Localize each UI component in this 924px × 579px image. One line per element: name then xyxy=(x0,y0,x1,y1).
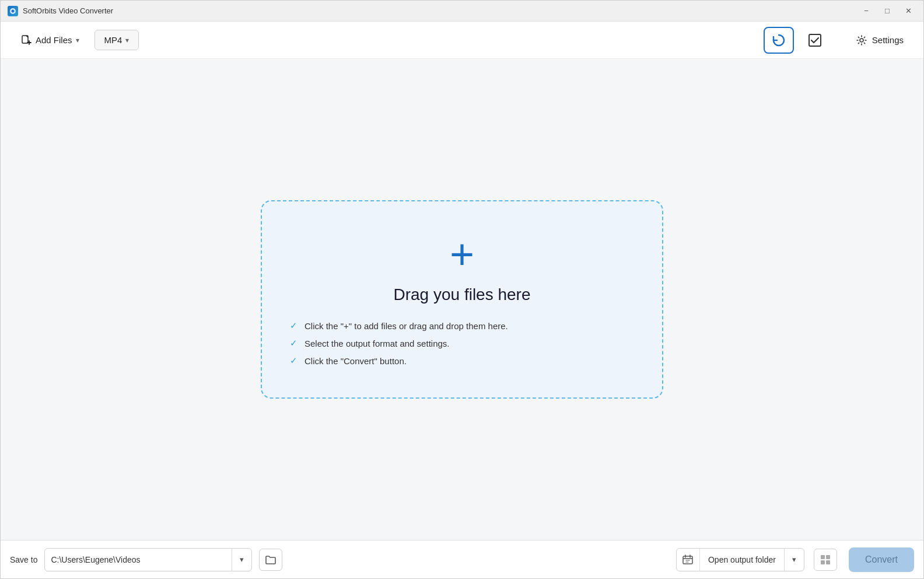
instruction-check-icon-2: ✓ xyxy=(290,338,298,348)
format-label: MP4 xyxy=(104,35,123,45)
svg-rect-13 xyxy=(821,560,825,564)
footer: Save to ▾ Open output folder ▾ xyxy=(1,540,923,578)
settings-label: Settings xyxy=(872,35,904,45)
format-selector[interactable]: MP4 ▾ xyxy=(94,30,139,50)
svg-rect-12 xyxy=(826,555,830,559)
check-button[interactable] xyxy=(801,27,829,54)
instruction-text-1: Click the "+" to add files or drag and d… xyxy=(304,321,508,331)
svg-rect-14 xyxy=(826,560,830,564)
window-controls: − □ ✕ xyxy=(858,5,916,17)
save-path-container: ▾ xyxy=(44,548,252,571)
output-folder-calendar-icon xyxy=(677,549,700,571)
drop-plus-icon: + xyxy=(450,233,474,275)
svg-point-4 xyxy=(860,39,863,42)
instruction-text-2: Select the output format and settings. xyxy=(304,339,449,348)
convert-rotate-icon xyxy=(771,32,787,48)
save-to-label: Save to xyxy=(10,555,37,564)
output-folder-label[interactable]: Open output folder xyxy=(700,549,784,571)
output-folder-container[interactable]: Open output folder ▾ xyxy=(676,548,804,571)
drop-instructions: ✓ Click the "+" to add files or drag and… xyxy=(290,320,634,366)
toolbar: Add Files ▾ MP4 ▾ Settings xyxy=(1,22,923,59)
maximize-button[interactable]: □ xyxy=(879,5,895,17)
instruction-text-3: Click the "Convert" button. xyxy=(304,356,407,366)
drop-zone[interactable]: + Drag you files here ✓ Click the "+" to… xyxy=(261,200,663,399)
grid-view-icon xyxy=(820,554,831,565)
add-files-button[interactable]: Add Files ▾ xyxy=(12,30,88,51)
convert-icon-button[interactable] xyxy=(764,27,794,54)
convert-button[interactable]: Convert xyxy=(849,547,914,572)
instruction-row-2: ✓ Select the output format and settings. xyxy=(290,338,634,348)
add-files-icon xyxy=(20,34,32,46)
calendar-folder-icon xyxy=(682,554,694,566)
output-folder-dropdown-button[interactable]: ▾ xyxy=(784,549,804,571)
grid-view-button[interactable] xyxy=(814,549,837,571)
folder-browse-button[interactable] xyxy=(259,549,282,571)
settings-button[interactable]: Settings xyxy=(848,30,912,51)
instruction-row-3: ✓ Click the "Convert" button. xyxy=(290,355,634,366)
minimize-button[interactable]: − xyxy=(858,5,874,17)
checkmark-square-icon xyxy=(807,32,823,48)
drop-zone-title: Drag you files here xyxy=(393,285,530,304)
instruction-check-icon-3: ✓ xyxy=(290,355,298,366)
settings-gear-icon xyxy=(856,34,867,46)
save-path-dropdown-button[interactable]: ▾ xyxy=(232,549,251,571)
app-title: SoftOrbits Video Converter xyxy=(23,6,858,15)
save-path-input[interactable] xyxy=(45,549,232,571)
add-files-label: Add Files xyxy=(36,35,72,45)
folder-icon xyxy=(265,554,276,565)
close-button[interactable]: ✕ xyxy=(900,5,916,17)
app-icon xyxy=(8,6,18,16)
instruction-check-icon-1: ✓ xyxy=(290,320,298,331)
instruction-row-1: ✓ Click the "+" to add files or drag and… xyxy=(290,320,634,331)
add-files-dropdown-icon: ▾ xyxy=(76,36,79,44)
svg-rect-11 xyxy=(821,555,825,559)
format-dropdown-icon: ▾ xyxy=(125,36,129,44)
title-bar: SoftOrbits Video Converter − □ ✕ xyxy=(1,1,923,22)
main-content: + Drag you files here ✓ Click the "+" to… xyxy=(1,59,923,540)
